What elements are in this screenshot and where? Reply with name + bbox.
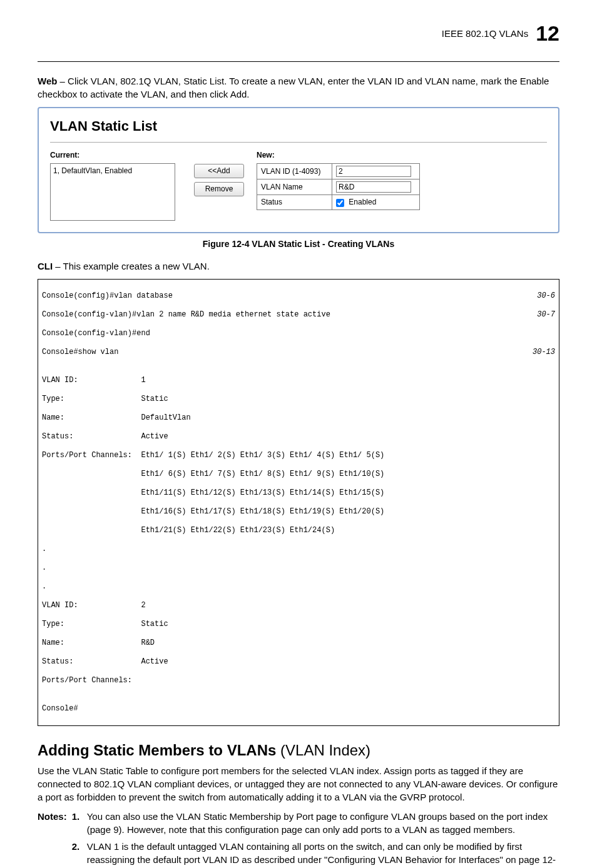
list-item[interactable]: 1, DefaultVlan, Enabled [52, 165, 173, 177]
cli-line: Ports/Port Channels: Eth1/ 1(S) Eth1/ 2(… [42, 451, 555, 460]
cli-line: . [42, 563, 555, 573]
add-button[interactable]: <<Add [194, 164, 244, 178]
page-header-chapter: 12 [536, 19, 559, 49]
figure-caption: Figure 12-4 VLAN Static List - Creating … [38, 238, 559, 251]
cli-line: Ports/Port Channels: [42, 676, 555, 685]
cli-line: Status: Active [42, 657, 555, 667]
cli-ref: 30-13 [533, 348, 555, 357]
cli-line: Eth1/11(S) Eth1/12(S) Eth1/13(S) Eth1/14… [42, 488, 555, 498]
vlan-id-label: VLAN ID (1-4093) [257, 164, 332, 179]
cli-ref: 30-6 [537, 291, 555, 301]
status-value: Enabled [349, 198, 376, 206]
note-text: You can also use the VLAN Static Members… [87, 810, 559, 836]
status-label: Status [257, 195, 332, 210]
cli-line: Name: DefaultVlan [42, 413, 555, 423]
header-divider [38, 61, 559, 62]
vlan-static-list-panel: VLAN Static List Current: 1, DefaultVlan… [38, 107, 559, 234]
cli-line: Eth1/16(S) Eth1/17(S) Eth1/18(S) Eth1/19… [42, 507, 555, 517]
new-vlan-table: VLAN ID (1-4093) VLAN Name Status Enable… [257, 163, 420, 210]
cli-line: . [42, 545, 555, 554]
note-number: 2. [72, 840, 83, 868]
cli-line: Console#show vlan [42, 348, 118, 357]
cli-ref: 30-7 [537, 310, 555, 320]
cli-line: Console(config-vlan)#end [42, 329, 555, 338]
current-label: Current: [50, 150, 181, 161]
page-header-title: IEEE 802.1Q VLANs [442, 27, 528, 40]
cli-line: VLAN ID: 2 [42, 601, 555, 610]
cli-output-box: Console(config)#vlan database30-6 Consol… [38, 279, 559, 726]
note-number: 1. [72, 810, 83, 836]
cli-line: Eth1/21(S) Eth1/22(S) Eth1/23(S) Eth1/24… [42, 526, 555, 535]
intro-paragraph: Web – Click VLAN, 802.1Q VLAN, Static Li… [38, 74, 559, 101]
cli-line: Type: Static [42, 620, 555, 629]
cli-line: Type: Static [42, 395, 555, 404]
section-heading: Adding Static Members to VLANs (VLAN Ind… [38, 740, 559, 761]
vlan-id-input[interactable] [336, 166, 411, 177]
cli-line: Status: Active [42, 432, 555, 442]
status-checkbox[interactable] [336, 199, 344, 207]
section-body: Use the VLAN Static Table to configure p… [38, 764, 559, 804]
new-label: New: [257, 150, 420, 161]
cli-line: . [42, 582, 555, 592]
cli-intro: CLI – This example creates a new VLAN. [38, 260, 559, 273]
vlan-name-label: VLAN Name [257, 179, 332, 195]
cli-line: VLAN ID: 1 [42, 376, 555, 385]
notes-label: Notes: [38, 810, 67, 868]
remove-button[interactable]: Remove [194, 182, 244, 196]
cli-line: Console(config-vlan)#vlan 2 name R&D med… [42, 310, 330, 320]
current-listbox[interactable]: 1, DefaultVlan, Enabled [50, 163, 175, 221]
cli-line: Console(config)#vlan database [42, 291, 173, 301]
cli-line: Eth1/ 6(S) Eth1/ 7(S) Eth1/ 8(S) Eth1/ 9… [42, 470, 555, 479]
note-text: VLAN 1 is the default untagged VLAN cont… [87, 840, 559, 868]
vlan-name-input[interactable] [336, 181, 411, 193]
section-heading-sub: (VLAN Index) [276, 742, 370, 759]
cli-line: Name: R&D [42, 638, 555, 648]
cli-line: Console# [42, 704, 555, 714]
panel-title: VLAN Static List [50, 117, 547, 143]
section-heading-main: Adding Static Members to VLANs [38, 742, 276, 759]
